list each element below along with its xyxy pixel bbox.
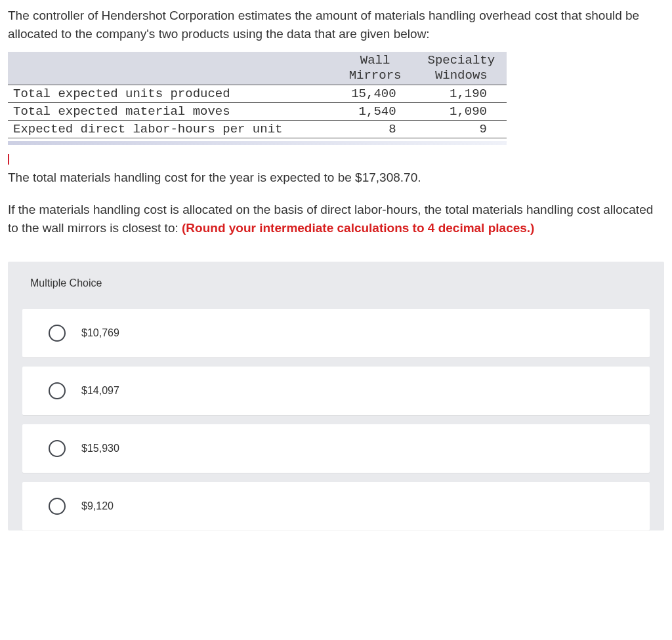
option-label: $10,769 — [81, 327, 119, 339]
answer-block: Multiple Choice $10,769 $14,097 $15,930 … — [8, 262, 664, 530]
table-header-col1-line2: Mirrors — [339, 68, 410, 83]
row-value: 1,090 — [416, 102, 507, 120]
mid-text-1: The total materials handling cost for th… — [0, 167, 672, 188]
table-row: Total expected units produced 15,400 1,1… — [8, 85, 507, 102]
row-label: Total expected units produced — [8, 85, 334, 102]
row-value: 1,190 — [416, 85, 507, 102]
option-label: $9,120 — [81, 500, 114, 512]
option-label: $14,097 — [81, 385, 119, 397]
table-header-col1-line1: Wall — [339, 53, 410, 68]
multiple-choice-heading: Multiple Choice — [8, 262, 664, 300]
row-value: 15,400 — [334, 85, 415, 102]
table-header-col2-line1: Specialty — [421, 53, 501, 68]
option-label: $15,930 — [81, 443, 119, 454]
radio-icon[interactable] — [49, 498, 66, 515]
row-label: Total expected material moves — [8, 102, 334, 120]
row-value: 9 — [416, 120, 507, 138]
mid-text-2: If the materials handling cost is alloca… — [0, 199, 672, 238]
table-scroll-indicator — [8, 141, 507, 145]
radio-icon[interactable] — [49, 440, 66, 457]
table-row: Total expected material moves 1,540 1,09… — [8, 102, 507, 120]
table-header-col2: Specialty Windows — [416, 52, 507, 85]
data-table-wrapper: Wall Mirrors Specialty Windows Total exp… — [8, 52, 507, 138]
radio-icon[interactable] — [49, 325, 66, 342]
option-b[interactable]: $14,097 — [22, 367, 650, 415]
table-header-col2-line2: Windows — [421, 68, 501, 83]
question-stem: The controller of Hendershot Corporation… — [0, 0, 672, 43]
table-header-blank — [8, 52, 334, 85]
table-header-col1: Wall Mirrors — [334, 52, 415, 85]
text-cursor — [8, 154, 664, 165]
row-value: 1,540 — [334, 102, 415, 120]
option-c[interactable]: $15,930 — [22, 424, 650, 473]
option-a[interactable]: $10,769 — [22, 309, 650, 357]
radio-icon[interactable] — [49, 382, 66, 399]
row-value: 8 — [334, 120, 415, 138]
data-table: Wall Mirrors Specialty Windows Total exp… — [8, 52, 507, 138]
option-d[interactable]: $9,120 — [22, 482, 650, 530]
row-label: Expected direct labor-hours per unit — [8, 120, 334, 138]
table-row: Expected direct labor-hours per unit 8 9 — [8, 120, 507, 138]
mid-text-2b: (Round your intermediate calculations to… — [182, 221, 534, 235]
